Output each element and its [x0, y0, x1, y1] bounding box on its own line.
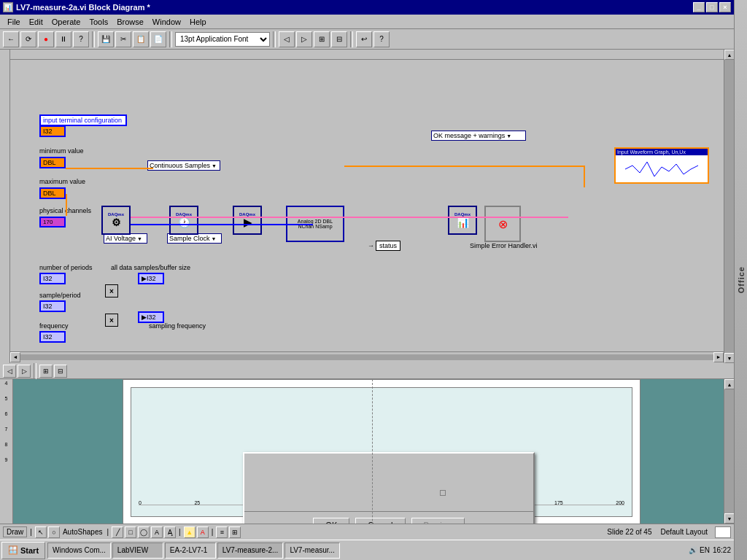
ppt-scroll-up[interactable]: ▲	[724, 379, 734, 389]
wire-orange-v2	[584, 166, 585, 187]
draw-fill[interactable]: ▲	[184, 526, 196, 538]
daqmx-node-3: DAQmx ▶	[233, 206, 262, 235]
draw-wordart[interactable]: A̧	[164, 526, 176, 538]
draw-fontcolor[interactable]: A	[197, 526, 209, 538]
font-selector[interactable]: 13pt Application Font	[175, 32, 270, 47]
h-scrollbar[interactable]: ◄ ►	[10, 351, 724, 362]
menu-browse[interactable]: Browse	[112, 16, 148, 28]
status-box: status	[376, 241, 400, 251]
draw-distribute[interactable]: ⊞	[229, 526, 241, 538]
taskbar-labview[interactable]: LabVIEW	[112, 542, 163, 559]
ppt-tb-3[interactable]: ⊞	[39, 365, 53, 378]
dialog-preview-button[interactable]: Preview	[411, 518, 465, 524]
tb-cursor[interactable]: ⟳	[20, 31, 36, 47]
draw-cursor[interactable]: ↖	[35, 526, 47, 538]
dialog-buttons: OK Cancel Preview	[244, 512, 533, 524]
menu-bar: File Edit Operate Tools Browse Window He…	[0, 15, 734, 29]
ppt-left-ruler: 4 5 6 7 8 9	[0, 379, 13, 524]
v-scroll-track[interactable]	[724, 60, 734, 353]
wire-orange-h1	[66, 168, 153, 169]
tb-run[interactable]: ●	[38, 31, 54, 47]
min-value-label: minimum value	[39, 147, 84, 155]
ok-dropdown-arrow: ▼	[506, 133, 511, 139]
h-scroll-track[interactable]	[20, 354, 713, 360]
draw-align[interactable]: ≡	[216, 526, 228, 538]
tb-cut[interactable]: ✂	[115, 31, 131, 47]
ppt-scroll-down[interactable]: ▼	[724, 513, 734, 524]
tb-separator4	[350, 31, 353, 47]
menu-operate[interactable]: Operate	[47, 16, 85, 28]
tb-separator3	[273, 31, 276, 47]
ppt-tb-1[interactable]: ◁	[3, 365, 16, 378]
tb-b[interactable]: ⊞	[314, 31, 330, 47]
toolbar: ← ⟳ ● ⏸ ? 💾 ✂ 📋 📄 13pt Application Font …	[0, 29, 734, 50]
start-button[interactable]: 🪟 Start	[1, 542, 45, 559]
scroll-right-btn[interactable]: ►	[713, 352, 724, 362]
tb-save[interactable]: 💾	[98, 31, 114, 47]
ai-dropdown-arrow: ▼	[137, 236, 142, 241]
draw-oval[interactable]: ◯	[138, 526, 150, 538]
wire-blue-h1	[131, 224, 313, 225]
dialog-cancel-button[interactable]: Cancel	[355, 518, 405, 524]
tb-arrow[interactable]: ←	[3, 31, 19, 47]
draw-circle[interactable]: ○	[48, 526, 60, 538]
ppt-tb-2[interactable]: ▷	[18, 365, 31, 378]
taskbar-windows-com[interactable]: Windows Com...	[47, 542, 111, 559]
autoshapes-label[interactable]: AutoShapes	[63, 528, 103, 536]
title-bar: 📊 LV7-measure-2a.vi Block Diagram * _ □ …	[0, 0, 734, 15]
office-label: Office	[737, 266, 746, 293]
draw-textbox[interactable]: A	[151, 526, 163, 538]
tb-abort[interactable]: ?	[73, 31, 89, 47]
tb-pause[interactable]: ⏸	[55, 31, 71, 47]
draw-line[interactable]: ╱	[112, 526, 123, 538]
i32-input-terminal: I32	[39, 125, 66, 137]
draw-rect[interactable]: □	[125, 526, 136, 538]
tb-copy[interactable]: 📋	[133, 31, 149, 47]
menu-file[interactable]: File	[3, 16, 25, 28]
ai-voltage-dropdown[interactable]: AI Voltage ▼	[104, 233, 147, 244]
dialog-ok-button[interactable]: OK	[313, 518, 349, 524]
scroll-down-btn[interactable]: ▼	[724, 353, 735, 363]
taskbar-lv7-measure1[interactable]: LV7-measure-2...	[217, 542, 284, 559]
close-button[interactable]: ×	[719, 2, 731, 12]
window-icon: 📊	[3, 2, 13, 12]
dialog-content	[244, 454, 533, 512]
ppt-v-scrollbar[interactable]: ▲ ▼	[724, 379, 734, 524]
scroll-left-btn[interactable]: ◄	[10, 352, 20, 362]
v-scrollbar[interactable]: ▲ ▼	[724, 50, 734, 363]
tb-i[interactable]: ⊟	[331, 31, 347, 47]
office-sidebar: Office	[734, 0, 747, 560]
menu-help[interactable]: Help	[185, 16, 211, 28]
systray-icons: 🔊 EN	[689, 546, 710, 554]
status-indicator: → status	[368, 241, 400, 251]
draw-label[interactable]: Draw	[3, 526, 27, 537]
maximize-button[interactable]: □	[706, 2, 718, 12]
ppt-tb-4[interactable]: ⊟	[54, 365, 67, 378]
dialog-box: OK Cancel Preview	[243, 452, 535, 524]
menu-edit[interactable]: Edit	[25, 16, 47, 28]
clock: 16:22	[713, 546, 731, 554]
ppt-v-track[interactable]	[724, 389, 734, 513]
ok-message-dropdown[interactable]: OK message + warnings ▼	[431, 131, 526, 141]
menu-window[interactable]: Window	[148, 16, 185, 28]
layout-label: Default Layout	[661, 528, 708, 536]
slide-icon	[715, 526, 731, 538]
taskbar-lv7-measure2[interactable]: LV7-measur...	[285, 542, 340, 559]
i32-freq: I32	[39, 331, 66, 343]
minimize-button[interactable]: _	[693, 2, 705, 12]
menu-tools[interactable]: Tools	[85, 16, 112, 28]
scroll-up-btn[interactable]: ▲	[724, 50, 735, 60]
sample-clock-arrow: ▼	[212, 236, 217, 241]
continuous-samples-dropdown[interactable]: Continuous Samples ▼	[147, 160, 220, 171]
tb-align-left[interactable]: ◁	[279, 31, 295, 47]
sample-clock-dropdown[interactable]: Sample Clock ▼	[167, 233, 222, 244]
i32-all-data: ▶I32	[138, 273, 164, 284]
i32-periods: I32	[39, 273, 66, 284]
taskbar-ea2[interactable]: EA-2-LV7-1	[165, 542, 216, 559]
tb-undo[interactable]: ↩	[356, 31, 372, 47]
tb-help[interactable]: ?	[374, 31, 390, 47]
daqmx-node-1: DAQmx ⚙	[101, 206, 131, 235]
draw-toolbar: Draw | ↖ ○ AutoShapes | ╱ □ ◯ A A̧ | ▲ A…	[0, 524, 734, 540]
tb-paste[interactable]: 📄	[150, 31, 166, 47]
tb-align-center[interactable]: ▷	[296, 31, 312, 47]
